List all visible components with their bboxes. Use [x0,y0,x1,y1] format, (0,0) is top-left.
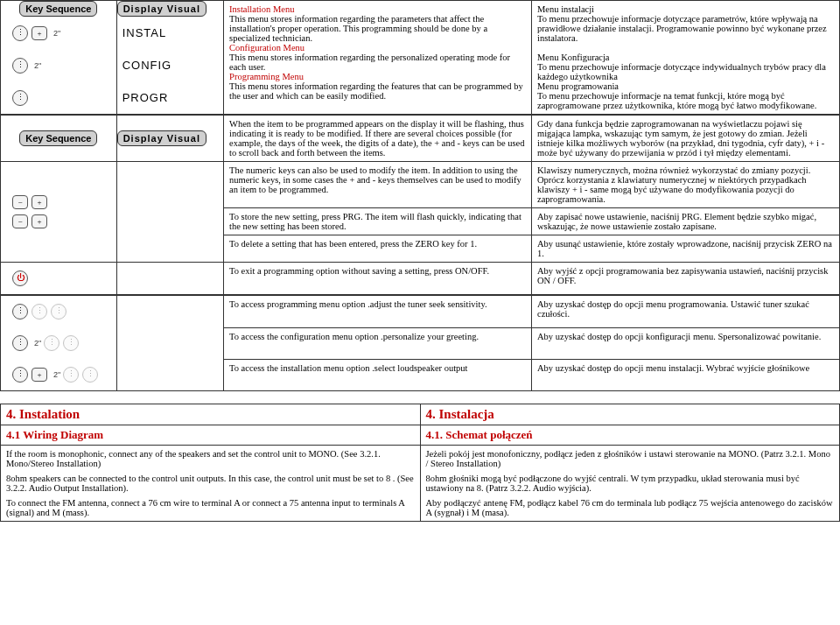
key-seq-access-install: ⋮ + 2" ⋮ ⋮ [6,366,111,383]
section-4-pl: 4. Instalacja [420,404,840,425]
key-seq-config: ⋮ 2" [6,57,111,74]
prog-menu-body-en: This menu stores information regarding t… [229,81,526,101]
prog-en-p5: To exit a programming option without sav… [224,263,532,295]
prog-pl-p3: Aby zapisać nowe ustawienie, naciśnij PR… [532,208,840,235]
display-config: CONFIG [116,49,223,81]
duration-label: 2" [34,61,41,70]
menus-en-cell: Installation Menu This menu stores infor… [224,1,532,115]
prg-icon: ⋮ [12,367,28,383]
header-key-sequence: Key Sequence [19,1,97,17]
section-41-en-b1: If the room is monophonic, connect any o… [6,449,415,468]
power-icon: ⏻ [12,270,28,286]
duration-label: 2" [53,370,60,379]
prg-icon: ⋮ [44,335,60,351]
prog-menu-title-pl: Menu programowania [537,81,834,91]
prog-menu-body-pl: To menu przechowuje informacje na temat … [537,91,834,110]
minus-icon: − [12,195,28,209]
access-pl-prog: Aby uzyskać dostęp do opcji menu program… [532,296,840,328]
access-pl-config: Aby uzyskać dostęp do opcji konfiguracji… [532,327,840,359]
install-menu-body-en: This menu stores information regarding t… [229,14,526,43]
install-menu-title-pl: Menu instalacji [537,4,834,14]
key-seq-minus-plus: − + [6,194,111,210]
section-41-pl: 4.1. Schemat połączeń [420,425,840,446]
prg-icon: ⋮ [32,304,47,320]
access-en-install: To access the installation menu option .… [224,359,532,391]
access-en-config: To access the configuration menu option … [224,327,532,359]
header-display-visual: Display Visual [117,1,206,17]
key-seq-minus-plus: − + [6,214,111,229]
section-41-body-en: If the room is monophonic, connect any o… [1,446,421,522]
prog-en-p2: The numeric keys can also be used to mod… [224,162,532,208]
prg-icon: ⋮ [63,367,79,383]
section-41-pl-b1: Jeżeli pokój jest monofoniczny, podłącz … [426,449,835,468]
prg-icon: ⋮ [12,335,28,351]
install-menu-body-pl: To menu przechowuje informacje dotyczące… [537,14,834,43]
prog-menu-title-en: Programming Menu [229,72,526,81]
key-seq-instal: ⋮ + 2" [6,25,111,42]
plus-icon: + [32,214,47,228]
section-41-pl-b3: Aby podłączyć antenę FM, podłącz kabel 7… [426,498,835,517]
prog-pl-p1: Gdy dana funkcja będzie zaprogramowanan … [532,116,840,162]
duration-label: 2" [34,339,41,348]
key-seq-onoff: ⏻ [6,270,111,287]
prog-en-p3: To store the new setting, press PRG. The… [224,208,532,235]
plus-icon: + [32,26,47,40]
prog-pl-p4: Aby usunąć ustawienie, które zostały wpr… [532,235,840,263]
access-pl-install: Aby uzyskać dostęp do opcji menu instala… [532,359,840,391]
section-41-pl-b2: 8ohm głośniki mogą być podłączone do wyj… [426,474,835,493]
key-seq-progr: ⋮ [6,89,111,107]
display-progr: PROGR [116,81,223,114]
plus-icon: + [32,195,47,209]
duration-label: 2" [53,29,60,38]
key-seq-access-prog: ⋮ ⋮ ⋮ [6,303,111,320]
config-menu-title-pl: Menu Konfiguracja [537,53,834,62]
prg-icon: ⋮ [12,58,28,74]
prg-icon: ⋮ [51,304,66,320]
access-table: ⋮ ⋮ ⋮ To access programming menu option … [0,295,840,391]
config-menu-body-pl: To menu przechowuje informacje dotyczące… [537,62,834,81]
section-4-en: 4. Instalation [1,404,421,425]
minus-icon: − [12,214,28,228]
prg-icon: ⋮ [63,335,79,351]
prog-en-p1: When the item to be programmed appears o… [224,116,532,162]
prg-icon: ⋮ [12,90,28,106]
key-seq-access-config: ⋮ 2" ⋮ ⋮ [6,334,111,352]
section4-table: 4. Instalation 4. Instalacja 4.1 Wiring … [0,404,840,522]
access-en-prog: To access programming menu option .adjus… [224,296,532,328]
section-41-en: 4.1 Wiring Diagram [1,425,421,446]
section-41-en-b3: To connect the FM antenna, connect a 76 … [6,498,415,517]
header-display-visual: Display Visual [117,130,206,146]
section-41-en-b2: 8ohm speakers can be connected to the co… [6,474,415,493]
programming-table: Key Sequence Display Visual When the ite… [0,115,840,295]
prg-icon: ⋮ [82,367,98,383]
install-menu-title-en: Installation Menu [229,4,526,14]
prog-pl-p5: Aby wyjść z opcji programowania bez zapi… [532,263,840,295]
plus-icon: + [32,368,47,382]
prog-en-p4: To delete a setting that has been entere… [224,235,532,263]
display-instal: INSTAL [116,17,223,49]
prog-pl-p2: Klawiszy numerycznych, można również wyk… [532,162,840,208]
prg-icon: ⋮ [12,25,28,41]
prg-icon: ⋮ [12,304,28,320]
config-menu-body-en: This menu stores information regarding t… [229,53,526,72]
menu-table: Key Sequence Display Visual Installation… [0,0,840,115]
header-key-sequence: Key Sequence [19,130,97,146]
section-41-body-pl: Jeżeli pokój jest monofoniczny, podłącz … [420,446,840,522]
menus-pl-cell: Menu instalacji To menu przechowuje info… [532,1,840,115]
config-menu-title-en: Configuration Menu [229,43,526,53]
